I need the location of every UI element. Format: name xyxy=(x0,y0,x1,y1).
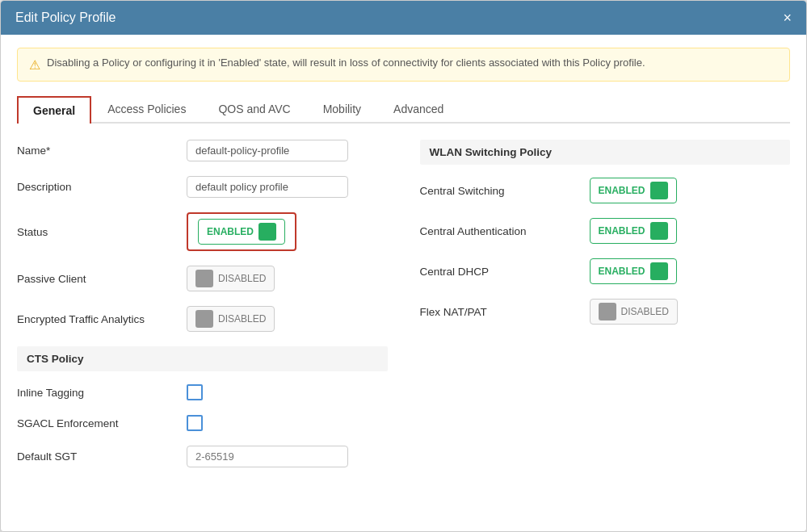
status-toggle-label: ENABLED xyxy=(207,226,254,237)
central-authentication-toggle[interactable]: ENABLED xyxy=(590,218,677,244)
encrypted-traffic-toggle-label: DISABLED xyxy=(218,313,266,325)
modal-header: Edit Policy Profile × xyxy=(1,1,806,35)
central-switching-row: Central Switching ENABLED xyxy=(420,178,791,203)
central-switching-status: ENABLED xyxy=(599,185,645,196)
passive-client-toggle[interactable]: DISABLED xyxy=(187,266,275,291)
encrypted-traffic-indicator xyxy=(195,310,213,328)
description-input[interactable] xyxy=(187,176,348,198)
tab-advanced[interactable]: Advanced xyxy=(377,96,460,122)
name-row: Name* xyxy=(17,140,388,161)
central-switching-toggle[interactable]: ENABLED xyxy=(590,178,677,203)
sgacl-enforcement-checkbox[interactable] xyxy=(187,415,203,431)
left-panel: Name* Description Status ENABLED xyxy=(17,140,388,482)
description-row: Description xyxy=(17,176,388,198)
encrypted-traffic-toggle[interactable]: DISABLED xyxy=(187,306,275,332)
status-toggle-indicator xyxy=(258,223,276,241)
modal-close-button[interactable]: × xyxy=(783,10,792,25)
passive-client-row: Passive Client DISABLED xyxy=(17,266,388,291)
warning-banner: ⚠ Disabling a Policy or configuring it i… xyxy=(17,48,790,82)
wlan-switching-policy-header: WLAN Switching Policy xyxy=(420,140,791,165)
tabs-container: General Access Policies QOS and AVC Mobi… xyxy=(17,96,790,124)
flex-nat-pat-status: DISABLED xyxy=(621,306,669,317)
encrypted-traffic-label: Encrypted Traffic Analytics xyxy=(17,313,179,325)
tab-general[interactable]: General xyxy=(17,96,91,124)
passive-client-label: Passive Client xyxy=(17,273,179,285)
status-row: Status ENABLED xyxy=(17,212,388,251)
cts-policy-section-header: CTS Policy xyxy=(17,346,388,371)
central-switching-indicator xyxy=(650,182,668,199)
flex-nat-pat-label: Flex NAT/PAT xyxy=(420,306,582,318)
central-authentication-status: ENABLED xyxy=(599,225,645,237)
modal-title: Edit Policy Profile xyxy=(15,10,116,25)
default-sgt-label: Default SGT xyxy=(17,450,179,463)
central-authentication-indicator xyxy=(650,222,668,240)
tab-qos-avc[interactable]: QOS and AVC xyxy=(202,96,306,122)
tab-mobility[interactable]: Mobility xyxy=(307,96,377,122)
central-dhcp-status: ENABLED xyxy=(599,266,645,277)
passive-client-indicator xyxy=(195,270,213,287)
inline-tagging-row: Inline Tagging xyxy=(17,384,388,400)
flex-nat-pat-indicator xyxy=(599,303,616,320)
flex-nat-pat-row: Flex NAT/PAT DISABLED xyxy=(420,299,791,325)
name-input[interactable] xyxy=(187,140,348,161)
central-dhcp-indicator xyxy=(650,262,668,280)
description-label: Description xyxy=(17,181,179,193)
passive-client-toggle-label: DISABLED xyxy=(218,273,266,284)
content-area: Name* Description Status ENABLED xyxy=(17,140,790,482)
inline-tagging-label: Inline Tagging xyxy=(17,387,179,399)
inline-tagging-checkbox[interactable] xyxy=(187,384,203,400)
central-dhcp-label: Central DHCP xyxy=(420,266,582,278)
central-dhcp-row: Central DHCP ENABLED xyxy=(420,258,791,284)
status-label: Status xyxy=(17,226,179,238)
edit-policy-profile-modal: Edit Policy Profile × ⚠ Disabling a Poli… xyxy=(0,0,807,532)
name-label: Name* xyxy=(17,145,179,157)
central-authentication-label: Central Authentication xyxy=(420,225,582,237)
sgacl-enforcement-label: SGACL Enforcement xyxy=(17,417,179,429)
status-toggle-container[interactable]: ENABLED xyxy=(187,212,296,251)
central-switching-label: Central Switching xyxy=(420,185,582,197)
modal-body: ⚠ Disabling a Policy or configuring it i… xyxy=(1,35,806,531)
default-sgt-row: Default SGT xyxy=(17,446,388,467)
default-sgt-input[interactable] xyxy=(187,446,348,467)
central-dhcp-toggle[interactable]: ENABLED xyxy=(590,258,677,284)
right-panel: WLAN Switching Policy Central Switching … xyxy=(420,140,791,482)
warning-icon: ⚠ xyxy=(29,57,40,73)
tab-access-policies[interactable]: Access Policies xyxy=(91,96,202,122)
sgacl-enforcement-row: SGACL Enforcement xyxy=(17,415,388,431)
warning-text: Disabling a Policy or configuring it in … xyxy=(47,57,645,69)
encrypted-traffic-row: Encrypted Traffic Analytics DISABLED xyxy=(17,306,388,332)
status-toggle-button[interactable]: ENABLED xyxy=(198,219,285,245)
central-authentication-row: Central Authentication ENABLED xyxy=(420,218,791,244)
flex-nat-pat-toggle[interactable]: DISABLED xyxy=(590,299,678,325)
